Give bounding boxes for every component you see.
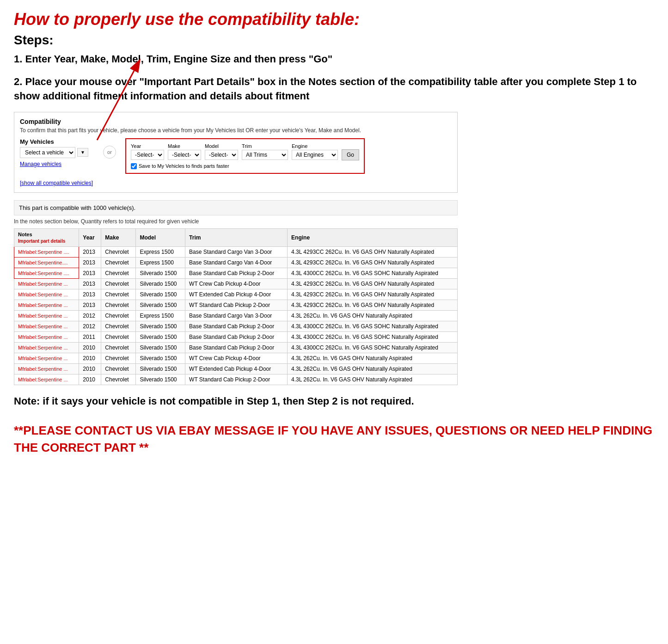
cell-model: Silverado 1500 xyxy=(136,268,185,278)
cell-make: Chevrolet xyxy=(101,246,136,257)
cell-model: Silverado 1500 xyxy=(136,363,185,374)
table-row: Mfrlabel:Serpentine ...2010ChevroletSilv… xyxy=(14,374,458,385)
cell-make: Chevrolet xyxy=(101,331,136,342)
cell-trim: WT Standard Cab Pickup 2-Door xyxy=(185,374,288,385)
make-select[interactable]: -Select- xyxy=(168,150,201,160)
cell-make: Chevrolet xyxy=(101,374,136,385)
table-row: Mfrlabel:Serpentine ...2013ChevroletSilv… xyxy=(14,289,458,300)
cell-make: Chevrolet xyxy=(101,342,136,353)
vehicle-select[interactable]: Select a vehicle xyxy=(20,147,75,158)
cell-trim: WT Crew Cab Pickup 4-Door xyxy=(185,353,288,363)
year-select[interactable]: -Select- xyxy=(131,150,164,160)
cell-year: 2010 xyxy=(79,374,101,385)
cell-trim: Base Standard Cargo Van 3-Door xyxy=(185,246,288,257)
trim-label: Trim xyxy=(242,143,288,149)
manage-vehicles-link[interactable]: Manage vehicles xyxy=(20,161,94,167)
cell-model: Silverado 1500 xyxy=(136,289,185,300)
cell-model: Express 1500 xyxy=(136,246,185,257)
cell-trim: WT Crew Cab Pickup 4-Door xyxy=(185,278,288,289)
col-model: Model xyxy=(136,228,185,246)
compat-subtitle: To confirm that this part fits your vehi… xyxy=(20,127,452,134)
table-row: Mfrlabel:Serpentine ...2010ChevroletSilv… xyxy=(14,353,458,363)
cell-year: 2011 xyxy=(79,331,101,342)
cell-year: 2013 xyxy=(79,278,101,289)
cell-notes: Mfrlabel:Serpentine .... xyxy=(14,246,79,257)
cell-notes: Mfrlabel:Serpentine ... xyxy=(14,278,79,289)
compatible-count-text: This part is compatible with 1000 vehicl… xyxy=(19,204,135,211)
cell-year: 2013 xyxy=(79,289,101,300)
trim-select[interactable]: All Trims xyxy=(242,150,288,160)
cell-engine: 4.3L 4300CC 262Cu. In. V6 GAS SOHC Natur… xyxy=(288,331,458,342)
cell-model: Silverado 1500 xyxy=(136,321,185,331)
cell-year: 2010 xyxy=(79,363,101,374)
cell-engine: 4.3L 4300CC 262Cu. In. V6 GAS SOHC Natur… xyxy=(288,321,458,331)
table-row: Mfrlabel:Serpentine ...2012ChevroletSilv… xyxy=(14,321,458,331)
save-label: Save to My Vehicles to finds parts faste… xyxy=(139,163,229,169)
save-checkbox[interactable] xyxy=(131,163,137,169)
compat-title: Compatibility xyxy=(20,118,452,125)
cell-make: Chevrolet xyxy=(101,310,136,321)
cell-notes: Mfrlabel:Serpentine ... xyxy=(14,310,79,321)
cell-trim: Base Standard Cab Pickup 2-Door xyxy=(185,321,288,331)
cell-make: Chevrolet xyxy=(101,268,136,278)
make-label: Make xyxy=(168,143,201,149)
table-row: Mfrlabel:Serpentine ...2013ChevroletSilv… xyxy=(14,300,458,310)
steps-heading: Steps: xyxy=(14,33,654,48)
compatibility-box: Compatibility To confirm that this part … xyxy=(14,112,458,193)
cell-year: 2012 xyxy=(79,321,101,331)
cell-notes: Mfrlabel:Serpentine ... xyxy=(14,353,79,363)
contact-text: **PLEASE CONTACT US VIA EBAY MESSAGE IF … xyxy=(14,422,654,456)
cell-engine: 4.3L 262Cu. In. V6 GAS OHV Naturally Asp… xyxy=(288,353,458,363)
step1-text: 1. Enter Year, Make, Model, Trim, Engine… xyxy=(14,52,654,67)
cell-trim: Base Standard Cab Pickup 2-Door xyxy=(185,342,288,353)
cell-year: 2010 xyxy=(79,353,101,363)
col-engine: Engine xyxy=(288,228,458,246)
cell-make: Chevrolet xyxy=(101,278,136,289)
dropdown-arrow-icon[interactable]: ▼ xyxy=(77,148,88,157)
main-title: How to properly use the compatibility ta… xyxy=(14,9,654,29)
col-year: Year xyxy=(79,228,101,246)
my-vehicles-label: My Vehicles xyxy=(20,138,94,145)
cell-notes: Mfrlabel:Serpentine ... xyxy=(14,374,79,385)
show-all-link[interactable]: [show all compatible vehicles] xyxy=(20,180,93,186)
cell-trim: WT Extended Cab Pickup 4-Door xyxy=(185,363,288,374)
year-make-section: Year -Select- Make -Select- Model -Selec… xyxy=(125,138,365,174)
year-label: Year xyxy=(131,143,164,149)
quantity-note: In the notes section below, Quantity ref… xyxy=(14,218,654,225)
engine-label: Engine xyxy=(292,143,338,149)
or-circle: or xyxy=(103,146,116,159)
compatibility-table: Notes Important part details Year Make M… xyxy=(14,228,458,385)
cell-model: Silverado 1500 xyxy=(136,278,185,289)
cell-model: Silverado 1500 xyxy=(136,331,185,342)
my-vehicles-section: My Vehicles Select a vehicle ▼ Manage ve… xyxy=(20,138,94,169)
go-button[interactable]: Go xyxy=(342,149,359,160)
cell-engine: 4.3L 262Cu. In. V6 GAS OHV Naturally Asp… xyxy=(288,363,458,374)
cell-trim: Base Standard Cargo Van 4-Door xyxy=(185,257,288,268)
cell-engine: 4.3L 4300CC 262Cu. In. V6 GAS SOHC Natur… xyxy=(288,342,458,353)
cell-trim: Base Standard Cab Pickup 2-Door xyxy=(185,268,288,278)
cell-model: Express 1500 xyxy=(136,310,185,321)
cell-trim: WT Extended Cab Pickup 4-Door xyxy=(185,289,288,300)
engine-select[interactable]: All Engines xyxy=(292,150,338,160)
cell-model: Express 1500 xyxy=(136,257,185,268)
cell-notes: Mfrlabel:Serpentine ... xyxy=(14,321,79,331)
table-row: Mfrlabel:Serpentine ...2012ChevroletExpr… xyxy=(14,310,458,321)
cell-year: 2013 xyxy=(79,300,101,310)
cell-engine: 4.3L 4293CC 262Cu. In. V6 GAS OHV Natura… xyxy=(288,257,458,268)
cell-make: Chevrolet xyxy=(101,363,136,374)
table-row: Mfrlabel:Serpentine ...2011ChevroletSilv… xyxy=(14,331,458,342)
cell-model: Silverado 1500 xyxy=(136,353,185,363)
cell-make: Chevrolet xyxy=(101,300,136,310)
cell-engine: 4.3L 262Cu. In. V6 GAS OHV Naturally Asp… xyxy=(288,310,458,321)
table-row: Mfrlabel:Serpentine....2013ChevroletExpr… xyxy=(14,257,458,268)
cell-notes: Mfrlabel:Serpentine ... xyxy=(14,342,79,353)
step2-text: 2. Place your mouse over "Important Part… xyxy=(14,75,654,104)
cell-model: Silverado 1500 xyxy=(136,374,185,385)
cell-notes: Mfrlabel:Serpentine.... xyxy=(14,257,79,268)
cell-engine: 4.3L 4293CC 262Cu. In. V6 GAS OHV Natura… xyxy=(288,246,458,257)
cell-year: 2012 xyxy=(79,310,101,321)
table-row: Mfrlabel:Serpentine ...2013ChevroletSilv… xyxy=(14,278,458,289)
cell-trim: Base Standard Cab Pickup 2-Door xyxy=(185,331,288,342)
table-row: Mfrlabel:Serpentine ....2013ChevroletSil… xyxy=(14,268,458,278)
model-select[interactable]: -Select- xyxy=(205,150,238,160)
